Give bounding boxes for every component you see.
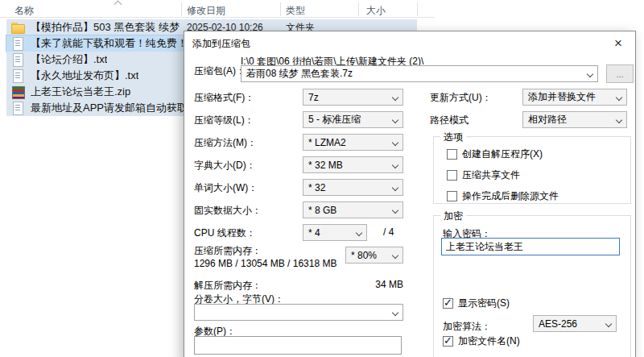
format-combobox[interactable]: 7z [303, 89, 403, 106]
solid-size-label: 固实数据大小： [194, 204, 262, 218]
parameters-input[interactable] [194, 336, 402, 355]
decompress-memory-label: 解压所需内存： [194, 279, 262, 293]
file-name: 【永久地址发布页】.txt [31, 68, 138, 83]
file-name: 【模拍作品】503 黑色套装 续梦 [31, 20, 180, 35]
level-combobox[interactable]: 5 - 标准压缩 [303, 111, 403, 128]
password-input[interactable] [441, 238, 620, 255]
delete-after-checkbox[interactable]: 操作完成后删除源文件 [447, 189, 559, 203]
options-group-label: 选项 [440, 131, 466, 144]
level-label: 压缩等级(L)： [194, 114, 254, 127]
column-date[interactable]: 修改日期 [187, 4, 225, 18]
browse-button[interactable]: ... [606, 64, 634, 83]
archive-name-combobox[interactable]: 若雨08 续梦 黑色套装.7z [241, 65, 598, 82]
solid-size-combobox[interactable]: * 8 GB [303, 201, 403, 218]
column-header-bar: 名称 修改日期 类型 大小 [0, 0, 435, 18]
archive-name-value: 若雨08 续梦 黑色套装.7z [246, 67, 353, 81]
encryption-method-combobox[interactable]: AES-256 [533, 315, 617, 332]
sort-ascending-icon [114, 1, 122, 9]
path-mode-value: 相对路径 [528, 113, 567, 127]
chevron-down-icon [392, 207, 398, 214]
cpu-threads-label: CPU 线程数： [194, 226, 256, 240]
chevron-down-icon [587, 71, 593, 77]
checkbox-icon[interactable] [447, 191, 457, 201]
text-file-icon [11, 53, 24, 66]
checkbox-icon[interactable] [443, 298, 453, 309]
text-file-icon [11, 69, 24, 82]
dialog-title: 添加到压缩包 [192, 37, 250, 51]
column-size[interactable]: 大小 [366, 4, 386, 18]
chevron-down-icon [392, 252, 398, 259]
encryption-method-label: 加密算法： [443, 320, 491, 334]
chevron-down-icon [392, 117, 398, 123]
cpu-threads-value: * 4 [308, 227, 320, 239]
text-file-icon [11, 102, 24, 114]
decompress-memory-value: 34 MB [303, 279, 403, 290]
cpu-threads-max: / 4 [383, 226, 394, 238]
update-mode-combobox[interactable]: 添加并替换文件 [522, 89, 627, 106]
volume-size-combobox[interactable] [194, 304, 403, 321]
chevron-down-icon [392, 185, 398, 191]
column-name[interactable]: 名称 [14, 4, 34, 18]
checkbox-icon[interactable] [443, 336, 453, 347]
column-separator[interactable] [417, 2, 418, 16]
memory-usage-value: * 80% [351, 250, 377, 261]
zip-icon [11, 85, 24, 98]
chevron-down-icon [392, 309, 398, 316]
compress-shared-label: 压缩共享文件 [462, 168, 520, 182]
file-name: 上老王论坛当老王.zip [31, 85, 130, 99]
format-value: 7z [308, 92, 319, 103]
encryption-group: 加密 输入密码： 显示密码(S) 加密算法： AES-256 加密文件名(N) [433, 215, 631, 357]
chevron-down-icon [392, 162, 398, 168]
column-separator[interactable] [358, 2, 359, 16]
delete-after-label: 操作完成后删除源文件 [462, 189, 559, 203]
close-icon[interactable]: × [605, 33, 632, 54]
dict-size-label: 字典大小(D)： [194, 159, 256, 172]
update-mode-label: 更新方式(U)： [430, 91, 492, 105]
method-value: * LZMA2 [308, 137, 346, 148]
compress-memory-detail: 1296 MB / 13054 MB / 16318 MB [194, 258, 336, 269]
update-mode-value: 添加并替换文件 [528, 90, 596, 104]
screen: 名称 修改日期 类型 大小 【模拍作品】503 黑色套装 续梦 2025-02-… [0, 0, 644, 357]
word-size-label: 单词大小(W)： [194, 181, 258, 195]
column-separator[interactable] [181, 2, 182, 16]
encrypt-filenames-checkbox[interactable]: 加密文件名(N) [443, 334, 520, 348]
memory-usage-combobox[interactable]: * 80% [345, 247, 403, 264]
compress-shared-checkbox[interactable]: 压缩共享文件 [447, 168, 520, 182]
encrypt-filenames-label: 加密文件名(N) [458, 334, 520, 348]
column-type[interactable]: 类型 [286, 4, 305, 18]
word-size-value: * 32 [308, 182, 325, 193]
column-separator[interactable] [280, 2, 281, 16]
archive-label: 压缩包(A)： [194, 64, 246, 78]
create-sfx-label: 创建自解压程序(X) [462, 147, 543, 161]
chevron-down-icon [356, 230, 362, 236]
add-to-archive-dialog: 添加到压缩包 × 压缩包(A)： I:\0 套图\06 街拍\若雨\上传\新建文… [184, 31, 636, 357]
encryption-group-label: 加密 [440, 210, 466, 223]
chevron-down-icon [392, 94, 398, 101]
checkbox-icon[interactable] [447, 170, 457, 181]
format-label: 压缩格式(F)： [194, 91, 254, 105]
level-value: 5 - 标准压缩 [308, 113, 361, 127]
show-password-checkbox[interactable]: 显示密码(S) [443, 297, 510, 310]
dict-size-value: * 32 MB [308, 160, 343, 171]
options-group: 选项 创建自解压程序(X) 压缩共享文件 操作完成后删除源文件 [433, 136, 631, 204]
path-mode-combobox[interactable]: 相对路径 [522, 111, 627, 128]
chevron-down-icon [605, 321, 612, 327]
folder-icon [11, 21, 24, 34]
chevron-down-icon [616, 117, 622, 123]
compress-memory-label: 压缩所需内存： [194, 244, 262, 258]
dict-size-combobox[interactable]: * 32 MB [303, 156, 403, 173]
file-name: 【论坛介绍】.txt [31, 52, 107, 67]
chevron-down-icon [392, 139, 398, 146]
cpu-threads-combobox[interactable]: * 4 [303, 224, 367, 241]
show-password-label: 显示密码(S) [458, 297, 510, 310]
checkbox-icon[interactable] [447, 149, 457, 160]
create-sfx-checkbox[interactable]: 创建自解压程序(X) [447, 147, 543, 161]
method-label: 压缩方法(M)： [194, 136, 257, 150]
path-mode-label: 路径模式 [430, 114, 469, 127]
encryption-method-value: AES-256 [539, 318, 577, 330]
word-size-combobox[interactable]: * 32 [303, 179, 403, 196]
method-combobox[interactable]: * LZMA2 [303, 134, 403, 151]
solid-size-value: * 8 GB [308, 205, 336, 216]
chevron-down-icon [616, 94, 622, 101]
text-file-icon [11, 37, 24, 50]
